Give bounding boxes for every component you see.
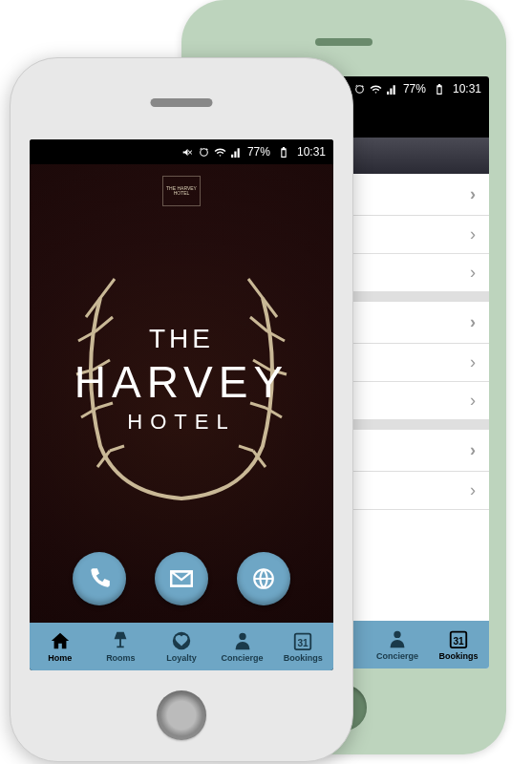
speaker (315, 38, 372, 46)
nav-label: Rooms (106, 653, 136, 663)
person-icon (387, 628, 408, 649)
chevron-right-icon: › (470, 184, 476, 204)
globe-icon (251, 566, 276, 591)
mini-logo: THE HARVEY HOTEL (162, 176, 201, 206)
nav-label: Bookings (438, 651, 478, 661)
nav-label: Bookings (284, 653, 323, 663)
nav-bookings[interactable]: 31 Bookings (272, 623, 333, 670)
nav-rooms[interactable]: Rooms (91, 623, 152, 670)
main-logo: THE HARVEY HOTEL (48, 245, 315, 513)
lamp-icon (110, 630, 131, 651)
nav-label: Concierge (376, 651, 418, 661)
battery-pct: 77% (247, 145, 270, 159)
wifi-icon (370, 83, 382, 96)
front-screen: 77% 10:31 THE HARVEY HOTEL THE HARVEY HO… (30, 139, 333, 670)
chevron-right-icon: › (470, 224, 476, 244)
chevron-right-icon: › (470, 440, 476, 460)
home-button[interactable] (157, 690, 206, 740)
chevron-right-icon: › (470, 263, 476, 283)
logo-text: THE HARVEY HOTEL (74, 324, 288, 435)
alarm-icon (198, 146, 210, 159)
calendar-icon: 31 (448, 628, 469, 649)
mail-icon (169, 566, 194, 591)
chevron-right-icon: › (470, 352, 476, 372)
nav-label: Concierge (222, 653, 264, 663)
action-row (73, 552, 290, 605)
signal-icon (230, 146, 243, 159)
chevron-right-icon: › (470, 480, 476, 500)
app-home: THE HARVEY HOTEL THE HARVEY HOTEL (30, 164, 333, 623)
calendar-icon: 31 (292, 630, 313, 651)
svg-text:31: 31 (298, 638, 309, 648)
heart-icon (171, 630, 192, 651)
phone-icon-button[interactable] (73, 552, 126, 605)
logo-line2: HARVEY (74, 356, 288, 408)
logo-line1: THE (74, 324, 288, 354)
alarm-icon (353, 83, 366, 96)
person-icon (232, 630, 253, 651)
front-phone-frame: 77% 10:31 THE HARVEY HOTEL THE HARVEY HO… (10, 57, 353, 762)
nav-concierge[interactable]: Concierge (212, 623, 273, 670)
nav-bookings[interactable]: 31 Bookings (428, 621, 489, 668)
wifi-icon (214, 146, 226, 159)
phone-icon (87, 566, 112, 591)
logo-line3: HOTEL (74, 410, 288, 435)
nav-label: Loyalty (166, 653, 197, 663)
globe-icon-button[interactable] (237, 552, 290, 605)
battery-icon (275, 146, 292, 159)
speaker (151, 98, 213, 107)
svg-text:31: 31 (453, 636, 464, 647)
clock: 10:31 (453, 82, 481, 96)
nav-loyalty[interactable]: Loyalty (151, 623, 212, 670)
nav-label: Home (48, 653, 72, 663)
status-bar: 77% 10:31 (30, 139, 333, 164)
mute-icon (181, 146, 194, 159)
bottom-nav: Home Rooms Loyalty Concierge 31 Bookings (30, 623, 333, 670)
chevron-right-icon: › (470, 312, 476, 332)
signal-icon (386, 83, 398, 96)
clock: 10:31 (297, 145, 326, 159)
chevron-right-icon: › (470, 391, 476, 411)
mail-icon-button[interactable] (155, 552, 208, 605)
battery-pct: 77% (403, 82, 426, 96)
nav-home[interactable]: Home (30, 623, 91, 670)
home-icon (50, 630, 71, 651)
battery-icon (431, 83, 448, 96)
nav-concierge[interactable]: Concierge (367, 621, 428, 668)
